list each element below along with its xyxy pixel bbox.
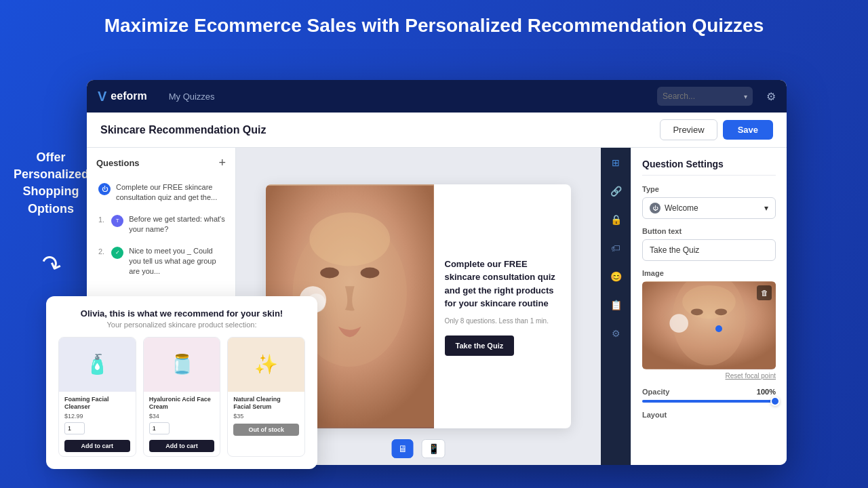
products-row: 🧴 Foaming Facial Cleanser $12.99 Add to … xyxy=(58,337,305,457)
button-text-label: Button text xyxy=(642,227,776,235)
preview-button[interactable]: Preview xyxy=(660,119,717,140)
product-info-1: Hyaluronic Acid Face Cream $34 Add to ca… xyxy=(144,392,220,456)
product-price-2: $35 xyxy=(233,413,299,420)
save-button[interactable]: Save xyxy=(723,120,773,140)
question-item-2[interactable]: 2. ✓ Nice to meet you _ Could you tell u… xyxy=(87,241,235,283)
qty-input-1[interactable] xyxy=(149,422,170,434)
app-header: V eeform My Quizzes ▾ ⚙ xyxy=(87,80,787,113)
product-name-0: Foaming Facial Cleanser xyxy=(64,396,130,411)
header-search-input[interactable] xyxy=(663,92,744,101)
logo: V eeform xyxy=(98,89,147,104)
page-title: Maximize Ecommerce Sales with Personaliz… xyxy=(0,0,868,49)
dropdown-arrow-icon: ▾ xyxy=(744,93,747,100)
image-preview xyxy=(642,281,776,369)
reset-focal-point-link[interactable]: Reset focal point xyxy=(642,372,776,380)
header-search-container: ▾ xyxy=(657,87,753,106)
product-image-2: ✨ xyxy=(228,338,304,392)
quiz-content-title: Complete our FREE skincare consultation … xyxy=(445,258,561,310)
question-item-1[interactable]: 1. T Before we get started: what's your … xyxy=(87,209,235,241)
emoji-icon[interactable]: 😊 xyxy=(608,268,625,285)
popup-subtitle: Your personalized skincare product selec… xyxy=(58,321,305,329)
settings-panel-title: Question Settings xyxy=(642,159,776,176)
quiz-title: Skincare Recommendation Quiz xyxy=(100,124,267,136)
sub-header: Skincare Recommendation Quiz Preview Sav… xyxy=(87,113,787,148)
add-question-button[interactable]: + xyxy=(218,156,226,170)
product-image-1: 🫙 xyxy=(144,338,220,392)
mobile-view-button[interactable]: 📱 xyxy=(422,439,446,458)
type-power-icon: ⏻ xyxy=(650,203,660,214)
popup-title: Olivia, this is what we recommend for yo… xyxy=(58,308,305,319)
gear-sidebar-icon[interactable]: ⚙ xyxy=(609,325,623,342)
q1-icon: T xyxy=(111,215,123,227)
svg-point-12 xyxy=(669,314,688,333)
page-background: Maximize Ecommerce Sales with Personaliz… xyxy=(0,0,868,49)
product-recommendation-popup: Olivia, this is what we recommend for yo… xyxy=(46,296,317,469)
settings-panel: Question Settings Type ⏻ Welcome ▾ Butto… xyxy=(631,148,787,465)
product-price-1: $34 xyxy=(149,413,215,420)
opacity-slider-fill xyxy=(642,400,776,403)
nav-my-quizzes[interactable]: My Quizzes xyxy=(169,92,215,102)
product-card-1: 🫙 Hyaluronic Acid Face Cream $34 Add to … xyxy=(143,337,221,457)
q1-text: Before we get started: what's your name? xyxy=(129,214,226,235)
type-select-value: Welcome xyxy=(665,203,760,213)
type-select[interactable]: ⏻ Welcome ▾ xyxy=(642,197,776,219)
questions-header: Questions + xyxy=(87,156,235,177)
quiz-content-side: Complete our FREE skincare consultation … xyxy=(434,184,572,428)
desktop-view-button[interactable]: 🖥 xyxy=(392,439,414,458)
add-to-cart-button-0[interactable]: Add to cart xyxy=(64,440,130,452)
svg-point-10 xyxy=(691,308,703,315)
add-to-cart-button-1[interactable]: Add to cart xyxy=(149,440,215,452)
product-card-0: 🧴 Foaming Facial Cleanser $12.99 Add to … xyxy=(58,337,136,457)
opacity-label-text: Opacity xyxy=(642,388,669,396)
product-name-1: Hyaluronic Acid Face Cream xyxy=(149,396,215,411)
opacity-slider-track xyxy=(642,400,776,403)
copy-icon[interactable]: 📋 xyxy=(608,297,625,313)
svg-point-4 xyxy=(361,268,380,279)
q0-icon: ⏻ xyxy=(98,183,111,195)
layout-label: Layout xyxy=(642,411,776,419)
image-delete-button[interactable]: 🗑 xyxy=(757,285,772,300)
product-card-2: ✨ Natural Clearing Facial Serum $35 Out … xyxy=(227,337,305,457)
take-quiz-button[interactable]: Take the Quiz xyxy=(445,336,515,356)
link-icon[interactable]: 🔗 xyxy=(608,183,625,199)
q2-num: 2. xyxy=(98,247,104,256)
product-qty-0 xyxy=(64,422,130,434)
opacity-slider-thumb[interactable] xyxy=(770,396,780,406)
questions-label: Questions xyxy=(96,158,140,168)
q0-text: Complete our FREE skincare consultation … xyxy=(116,182,226,203)
product-name-2: Natural Clearing Facial Serum xyxy=(233,396,299,411)
product-info-0: Foaming Facial Cleanser $12.99 Add to ca… xyxy=(59,392,136,456)
svg-point-9 xyxy=(682,285,736,319)
qty-input-0[interactable] xyxy=(64,422,85,434)
type-label: Type xyxy=(642,185,776,193)
product-info-2: Natural Clearing Facial Serum $35 Out of… xyxy=(228,392,304,440)
image-preview-container: 🗑 xyxy=(642,281,776,369)
opacity-value: 100% xyxy=(757,388,776,396)
svg-point-3 xyxy=(320,268,339,279)
svg-point-11 xyxy=(715,308,727,315)
type-dropdown-arrow-icon: ▾ xyxy=(764,203,768,213)
settings-gear-icon[interactable]: ⚙ xyxy=(766,90,776,103)
out-of-stock-button-2[interactable]: Out of stock xyxy=(233,424,299,436)
image-label: Image xyxy=(642,269,776,277)
product-qty-1 xyxy=(149,422,215,434)
sliders-icon[interactable]: ⊞ xyxy=(609,155,623,171)
q1-num: 1. xyxy=(98,216,104,224)
svg-point-2 xyxy=(309,212,390,266)
left-label-text: Offer Personalized Shopping Options xyxy=(14,150,89,216)
right-sidebar-toolbar: ⊞ 🔗 🔒 🏷 😊 📋 ⚙ xyxy=(601,148,631,465)
left-label: Offer Personalized Shopping Options xyxy=(14,149,88,218)
question-item-0[interactable]: ⏻ Complete our FREE skincare consultatio… xyxy=(87,177,235,209)
q2-icon: ✓ xyxy=(111,247,123,259)
lock-icon[interactable]: 🔒 xyxy=(608,211,625,228)
product-price-0: $12.99 xyxy=(64,413,130,420)
quiz-content-subtitle: Only 8 questions. Less than 1 min. xyxy=(445,317,561,325)
button-text-input[interactable] xyxy=(642,239,776,261)
canvas-bottom-toolbar: 🖥 📱 xyxy=(392,439,446,458)
q2-text: Nice to meet you _ Could you tell us wha… xyxy=(129,246,226,277)
product-image-0: 🧴 xyxy=(59,338,136,392)
tag-icon[interactable]: 🏷 xyxy=(608,240,623,256)
opacity-row: Opacity 100% xyxy=(642,388,776,396)
logo-v-icon: V xyxy=(98,89,106,104)
logo-text: eeform xyxy=(111,90,146,102)
